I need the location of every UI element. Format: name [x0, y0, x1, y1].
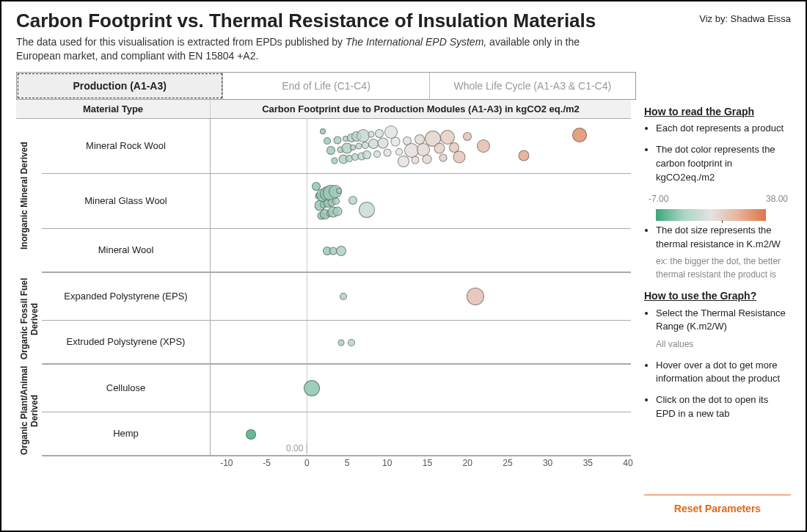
- data-point[interactable]: [338, 339, 345, 346]
- data-point[interactable]: [332, 206, 342, 216]
- color-scale-max: 38.00: [766, 193, 788, 205]
- group-label: Inorganic Mineral Derived: [19, 119, 38, 273]
- row-plot: [211, 321, 631, 363]
- data-point[interactable]: [467, 288, 484, 305]
- data-point[interactable]: [373, 150, 381, 158]
- x-tick: 15: [423, 458, 432, 468]
- data-point[interactable]: [378, 137, 389, 148]
- subtitle-ital: The International EPD System,: [346, 36, 486, 48]
- row-label: Cellulose: [42, 365, 211, 412]
- column-header-row: Material Type Carbon Footprint due to Pr…: [16, 100, 631, 119]
- data-point[interactable]: [336, 246, 346, 256]
- data-point[interactable]: [340, 293, 347, 300]
- legend-use-2: Hover over a dot to get more information…: [656, 359, 788, 387]
- subtitle-pre: The data used for this visualisation is …: [16, 36, 346, 48]
- data-point[interactable]: [320, 128, 326, 134]
- tab-0[interactable]: Production (A1-A3): [17, 73, 223, 99]
- chart-row: Extruded Polystyrene (XPS): [42, 321, 631, 365]
- legend-read-3-sub: ex: the bigger the dot, the better therm…: [656, 255, 788, 281]
- data-point[interactable]: [383, 149, 391, 157]
- data-point[interactable]: [453, 150, 466, 163]
- x-tick: 40: [623, 458, 632, 468]
- row-label: Mineral Glass Wool: [42, 174, 211, 228]
- row-plot: [211, 229, 631, 272]
- reset-parameters-button[interactable]: Reset Parameters: [644, 495, 791, 522]
- row-label: Mineral Wool: [42, 229, 211, 272]
- x-tick: -10: [220, 458, 233, 468]
- chart-row: Mineral Wool: [42, 229, 631, 273]
- x-tick: 10: [382, 458, 392, 468]
- legend-read-1: Each dot represents a product: [656, 122, 788, 136]
- data-point[interactable]: [324, 137, 331, 145]
- row-plot: [211, 412, 631, 455]
- data-point[interactable]: [326, 146, 335, 155]
- x-tick: 5: [345, 458, 350, 468]
- data-point[interactable]: [463, 132, 472, 141]
- legend-read-heading: How to read the Graph: [644, 104, 788, 119]
- row-label: Hemp: [42, 412, 211, 455]
- sidebar-legend: How to read the Graph Each dot represent…: [644, 100, 791, 523]
- plot-area: Inorganic Mineral DerivedOrganic Fossil …: [16, 119, 631, 523]
- legend-use-1-sub[interactable]: All values: [656, 338, 788, 351]
- chart-row: Hemp: [42, 412, 631, 456]
- row-label: Expanded Polystyrene (EPS): [42, 273, 211, 320]
- data-point[interactable]: [359, 202, 375, 218]
- legend-use-heading: How to use the Graph?: [644, 288, 788, 303]
- color-scale-bar: [656, 209, 766, 221]
- legend-read-2: The dot color represents the carbon foot…: [656, 143, 788, 185]
- x-tick: 35: [583, 458, 593, 468]
- row-label: Extruded Polystyrene (XPS): [42, 321, 211, 363]
- tabs: Production (A1-A3)End of Life (C1-C4)Who…: [16, 72, 636, 100]
- chart-row: Mineral Glass Wool: [42, 174, 631, 229]
- data-point[interactable]: [348, 339, 355, 346]
- data-point[interactable]: [398, 156, 409, 167]
- legend-use-1[interactable]: Select the Thermal Resistance Range (K.m…: [656, 307, 788, 335]
- chart-row: Cellulose: [42, 365, 631, 412]
- data-point[interactable]: [368, 131, 374, 138]
- data-point[interactable]: [331, 157, 337, 164]
- legend-use-3: Click on the dot to open its EPD in a ne…: [656, 393, 788, 421]
- zero-label: 0.00: [286, 443, 307, 453]
- data-point[interactable]: [246, 429, 256, 440]
- x-tick: -5: [263, 458, 271, 468]
- page-title: Carbon Footprint vs. Thermal Resistance …: [16, 10, 618, 32]
- column-header-material: Material Type: [16, 100, 211, 118]
- x-tick: 20: [463, 458, 472, 468]
- legend-read-3: The dot size represents the thermal resi…: [656, 224, 788, 252]
- tab-2[interactable]: Whole Life Cycle (A1-A3 & C1-C4): [430, 73, 635, 99]
- color-scale-min: -7.00: [649, 193, 668, 205]
- tab-1[interactable]: End of Life (C1-C4): [223, 73, 429, 99]
- x-tick: 30: [543, 458, 552, 468]
- x-tick: 25: [503, 458, 512, 468]
- color-scale-labels: -7.00 38.00: [649, 193, 788, 205]
- x-tick: 0: [304, 458, 310, 468]
- author-credit: Viz by: Shadwa Eissa: [699, 10, 791, 24]
- column-header-metric: Carbon Footprint due to Production Modul…: [211, 100, 631, 118]
- data-point[interactable]: [304, 380, 320, 396]
- data-point[interactable]: [434, 143, 445, 154]
- data-point[interactable]: [362, 150, 371, 159]
- data-point[interactable]: [333, 136, 341, 144]
- chart-panel: Material Type Carbon Footprint due to Pr…: [16, 100, 631, 523]
- data-point[interactable]: [412, 156, 420, 164]
- data-point[interactable]: [423, 154, 432, 164]
- data-point[interactable]: [477, 139, 490, 153]
- row-label: Mineral Rock Wool: [42, 119, 211, 173]
- row-plot: [211, 273, 631, 320]
- chart-row: Expanded Polystyrene (EPS): [42, 273, 631, 321]
- group-label: Organic Fossil Fuel Derived: [19, 273, 38, 365]
- data-point[interactable]: [348, 196, 357, 205]
- data-point[interactable]: [395, 148, 403, 156]
- data-point[interactable]: [332, 197, 340, 205]
- x-axis: -10-50510152025303540: [211, 456, 631, 470]
- data-point[interactable]: [518, 150, 529, 161]
- data-point[interactable]: [350, 145, 356, 150]
- group-label: Organic Plant/Animal Derived: [19, 365, 38, 456]
- data-point[interactable]: [439, 154, 448, 162]
- data-point[interactable]: [375, 129, 384, 138]
- data-point[interactable]: [390, 137, 400, 147]
- page-subtitle: The data used for this visualisation is …: [16, 35, 618, 63]
- row-plot: [211, 365, 631, 412]
- data-point[interactable]: [336, 188, 342, 194]
- data-point[interactable]: [572, 128, 587, 142]
